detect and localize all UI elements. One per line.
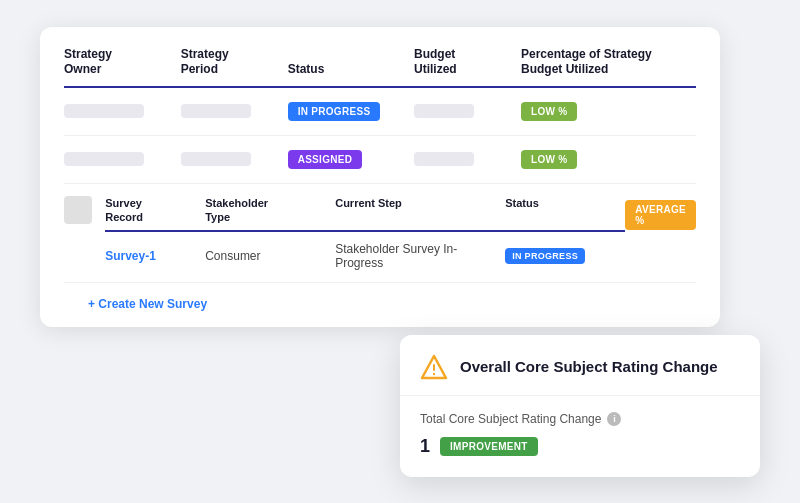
rating-card: Overall Core Subject Rating Change Total…	[400, 335, 760, 477]
cell-owner-1	[64, 104, 181, 118]
svg-point-1	[433, 372, 435, 374]
cell-period-1	[181, 104, 288, 118]
exp-cell-survey: Survey-1	[105, 249, 205, 263]
expanded-data-row: Survey-1 Consumer Stakeholder Survey In-…	[105, 242, 625, 270]
status-badge-inprogress-1: IN PROGRESS	[288, 102, 381, 121]
pct-badge-low-1: LOW %	[521, 102, 578, 121]
cell-pct-1: LOW %	[521, 102, 696, 121]
rating-card-header: Overall Core Subject Rating Change	[400, 335, 760, 396]
owner-placeholder-1	[64, 104, 144, 118]
status-badge-assigned-2: ASSIGNED	[288, 150, 363, 169]
rating-number: 1	[420, 436, 430, 457]
avatar-3	[64, 196, 92, 224]
create-survey-row: + Create New Survey	[64, 283, 696, 311]
budget-placeholder-2	[414, 152, 474, 166]
pct-badge-low-2: LOW %	[521, 150, 578, 169]
table-rows: IN PROGRESS LOW % ASSIGNED	[40, 88, 720, 312]
svg-rect-0	[433, 364, 435, 371]
survey-link[interactable]: Survey-1	[105, 249, 156, 263]
cell-owner-2	[64, 152, 181, 166]
cell-budget-2	[414, 152, 521, 166]
exp-col-survey: Survey Record	[105, 196, 205, 225]
col-header-period: Strategy Period	[181, 47, 288, 88]
exp-cell-stakeholder: Consumer	[205, 249, 335, 263]
rating-label-row: Total Core Subject Rating Change i	[420, 412, 740, 426]
rating-value-row: 1 IMPROVEMENT	[420, 436, 740, 457]
exp-cell-step: Stakeholder Survey In-Progress	[335, 242, 505, 270]
improvement-badge: IMPROVEMENT	[440, 437, 538, 456]
cell-period-2	[181, 152, 288, 166]
cell-status-1: IN PROGRESS	[288, 102, 414, 121]
owner-placeholder-2	[64, 152, 144, 166]
table-row: ASSIGNED LOW %	[64, 136, 696, 184]
info-icon: i	[607, 412, 621, 426]
rating-label: Total Core Subject Rating Change	[420, 412, 601, 426]
create-survey-button[interactable]: + Create New Survey	[88, 297, 207, 311]
col-header-pct: Percentage of Strategy Budget Utilized	[521, 47, 696, 88]
exp-status-badge: IN PROGRESS	[505, 248, 585, 264]
cell-pct-2: LOW %	[521, 150, 696, 169]
col-header-status: Status	[288, 62, 414, 88]
table-row: IN PROGRESS LOW %	[64, 88, 696, 136]
exp-col-status: Status	[505, 196, 625, 225]
warning-icon	[420, 353, 448, 381]
scene: Strategy Owner Strategy Period Status Bu…	[40, 27, 760, 477]
expanded-table-header: Survey Record Stakeholder Type Current S…	[105, 196, 625, 233]
expanded-inner: Survey Record Stakeholder Type Current S…	[105, 196, 625, 271]
budget-placeholder-1	[414, 104, 474, 118]
period-placeholder-1	[181, 104, 251, 118]
cell-pct-expanded: AVERAGE %	[625, 196, 696, 230]
table-row-expanded: Survey Record Stakeholder Type Current S…	[64, 184, 696, 284]
pct-badge-average: AVERAGE %	[625, 200, 696, 230]
exp-cell-status: IN PROGRESS	[505, 248, 625, 264]
cell-status-2: ASSIGNED	[288, 150, 414, 169]
stakeholder-type-text: Consumer	[205, 249, 260, 263]
cell-budget-1	[414, 104, 521, 118]
col-header-budget: Budget Utilized	[414, 47, 521, 88]
current-step-text: Stakeholder Survey In-Progress	[335, 242, 505, 270]
period-placeholder-2	[181, 152, 251, 166]
col-header-owner: Strategy Owner	[64, 47, 181, 88]
cell-owner-3	[64, 196, 105, 224]
main-table-card: Strategy Owner Strategy Period Status Bu…	[40, 27, 720, 328]
table-header: Strategy Owner Strategy Period Status Bu…	[40, 27, 720, 88]
rating-card-title: Overall Core Subject Rating Change	[460, 357, 718, 377]
exp-col-step: Current Step	[335, 196, 505, 225]
rating-card-body: Total Core Subject Rating Change i 1 IMP…	[400, 396, 760, 477]
exp-col-stakeholder: Stakeholder Type	[205, 196, 335, 225]
